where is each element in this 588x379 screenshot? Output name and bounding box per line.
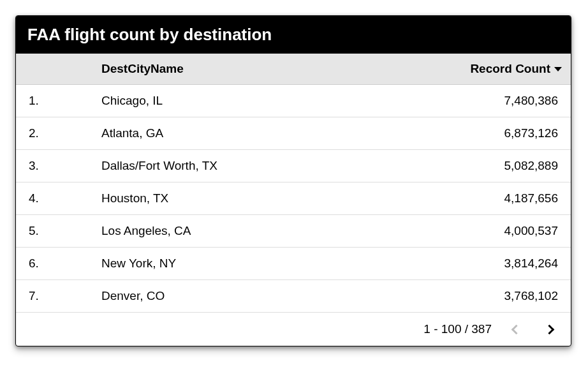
cell-rank: 4. <box>16 182 92 214</box>
cell-count: 3,768,102 <box>418 280 571 312</box>
column-header-recordcount[interactable]: Record Count <box>418 54 571 84</box>
cell-name: Atlanta, GA <box>92 117 418 149</box>
table-row: 4. Houston, TX 4,187,656 <box>16 182 571 215</box>
chevron-right-icon <box>544 324 554 334</box>
cell-count: 3,814,264 <box>418 248 571 279</box>
chevron-left-icon <box>511 324 521 334</box>
data-table-card: FAA flight count by destination DestCity… <box>15 15 571 346</box>
cell-name: Chicago, IL <box>92 85 418 117</box>
table-header-row: DestCityName Record Count <box>16 54 571 85</box>
sort-descending-icon <box>554 67 562 71</box>
cell-count: 4,000,537 <box>418 215 571 247</box>
table-row: 2. Atlanta, GA 6,873,126 <box>16 117 571 150</box>
table-row: 6. New York, NY 3,814,264 <box>16 248 571 280</box>
cell-count: 5,082,889 <box>418 150 571 182</box>
table-body: 1. Chicago, IL 7,480,386 2. Atlanta, GA … <box>16 85 571 313</box>
cell-rank: 2. <box>16 117 92 149</box>
cell-count: 6,873,126 <box>418 117 571 149</box>
column-header-destcityname[interactable]: DestCityName <box>92 54 418 84</box>
cell-rank: 7. <box>16 280 92 312</box>
cell-count: 4,187,656 <box>418 182 571 214</box>
table-row: 1. Chicago, IL 7,480,386 <box>16 85 571 117</box>
cell-rank: 3. <box>16 150 92 182</box>
cell-rank: 5. <box>16 215 92 247</box>
pagination-info: 1 - 100 / 387 <box>423 322 492 336</box>
cell-name: Denver, CO <box>92 280 418 312</box>
table-row: 7. Denver, CO 3,768,102 <box>16 280 571 313</box>
column-header-count-label: Record Count <box>470 62 550 76</box>
cell-rank: 6. <box>16 248 92 279</box>
cell-name: New York, NY <box>92 248 418 279</box>
cell-name: Houston, TX <box>92 182 418 214</box>
card-title: FAA flight count by destination <box>27 25 272 44</box>
next-page-button[interactable] <box>540 320 558 338</box>
cell-rank: 1. <box>16 85 92 117</box>
table-row: 5. Los Angeles, CA 4,000,537 <box>16 215 571 248</box>
cell-count: 7,480,386 <box>418 85 571 117</box>
column-header-rank[interactable] <box>16 54 92 84</box>
card-title-bar: FAA flight count by destination <box>16 16 571 54</box>
cell-name: Los Angeles, CA <box>92 215 418 247</box>
table-footer: 1 - 100 / 387 <box>16 313 571 346</box>
cell-name: Dallas/Fort Worth, TX <box>92 150 418 182</box>
column-header-name-label: DestCityName <box>101 62 184 76</box>
previous-page-button[interactable] <box>507 320 525 338</box>
table-row: 3. Dallas/Fort Worth, TX 5,082,889 <box>16 150 571 182</box>
